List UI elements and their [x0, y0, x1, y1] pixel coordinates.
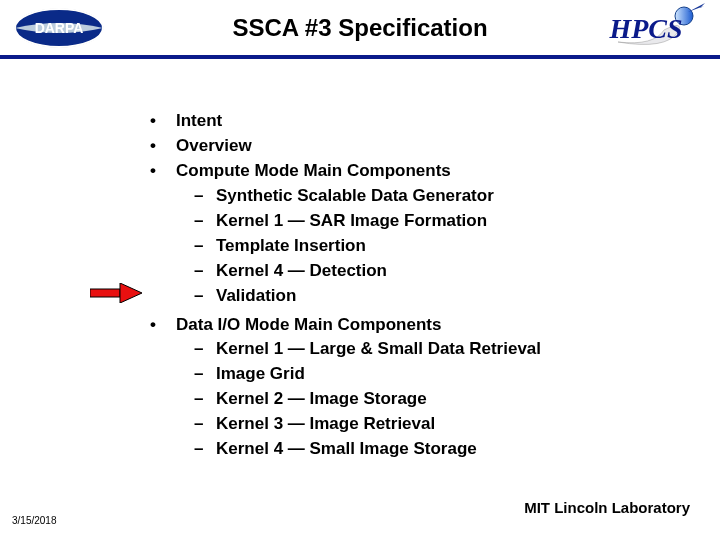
bullet-list: • Intent • Overview • Compute Mode Main …: [150, 110, 670, 467]
dash-icon: –: [194, 285, 216, 308]
pointer-arrow-icon: [90, 283, 142, 307]
dash-icon: –: [194, 235, 216, 258]
sub-label: Image Grid: [216, 363, 305, 386]
sub-item: –Kernel 4 — Small Image Storage: [194, 438, 670, 461]
sub-item: –Kernel 4 — Detection: [194, 260, 670, 283]
slide-header: DARPA SSCA #3 Specification HPCS: [0, 0, 720, 62]
bullet-dot-icon: •: [150, 135, 176, 158]
sub-item: –Kernel 3 — Image Retrieval: [194, 413, 670, 436]
dash-icon: –: [194, 363, 216, 386]
sub-item: –Synthetic Scalable Data Generator: [194, 185, 670, 208]
svg-rect-3: [90, 289, 120, 297]
hpcs-logo-text: HPCS: [608, 13, 682, 44]
sub-item: –Kernel 2 — Image Storage: [194, 388, 670, 411]
sub-label: Synthetic Scalable Data Generator: [216, 185, 494, 208]
sub-item: –Validation: [194, 285, 670, 308]
header-rule: [0, 55, 720, 59]
sub-list: –Kernel 1 — Large & Small Data Retrieval…: [194, 338, 670, 461]
dash-icon: –: [194, 388, 216, 411]
sub-item: –Image Grid: [194, 363, 670, 386]
sub-item: –Template Insertion: [194, 235, 670, 258]
bullet-item: • Compute Mode Main Components: [150, 160, 670, 183]
sub-item: –Kernel 1 — SAR Image Formation: [194, 210, 670, 233]
bullet-label: Overview: [176, 135, 252, 158]
bullet-dot-icon: •: [150, 314, 176, 337]
dash-icon: –: [194, 210, 216, 233]
sub-list: –Synthetic Scalable Data Generator –Kern…: [194, 185, 670, 308]
bullet-item: • Data I/O Mode Main Components: [150, 314, 670, 337]
sub-item: –Kernel 1 — Large & Small Data Retrieval: [194, 338, 670, 361]
sub-label: Validation: [216, 285, 296, 308]
sub-label: Kernel 1 — SAR Image Formation: [216, 210, 487, 233]
bullet-dot-icon: •: [150, 160, 176, 183]
sub-label: Kernel 1 — Large & Small Data Retrieval: [216, 338, 541, 361]
bullet-dot-icon: •: [150, 110, 176, 133]
dash-icon: –: [194, 438, 216, 461]
sub-label: Kernel 2 — Image Storage: [216, 388, 427, 411]
footer-org: MIT Lincoln Laboratory: [524, 499, 690, 516]
svg-marker-4: [120, 283, 142, 303]
sub-label: Kernel 4 — Small Image Storage: [216, 438, 477, 461]
bullet-label: Compute Mode Main Components: [176, 160, 451, 183]
bullet-item: • Overview: [150, 135, 670, 158]
sub-label: Template Insertion: [216, 235, 366, 258]
dash-icon: –: [194, 413, 216, 436]
dash-icon: –: [194, 338, 216, 361]
hpcs-logo: HPCS: [606, 2, 706, 54]
bullet-item: • Intent: [150, 110, 670, 133]
dash-icon: –: [194, 185, 216, 208]
footer-date: 3/15/2018: [12, 515, 57, 526]
bullet-label: Intent: [176, 110, 222, 133]
sub-label: Kernel 4 — Detection: [216, 260, 387, 283]
bullet-label: Data I/O Mode Main Components: [176, 314, 441, 337]
sub-label: Kernel 3 — Image Retrieval: [216, 413, 435, 436]
dash-icon: –: [194, 260, 216, 283]
